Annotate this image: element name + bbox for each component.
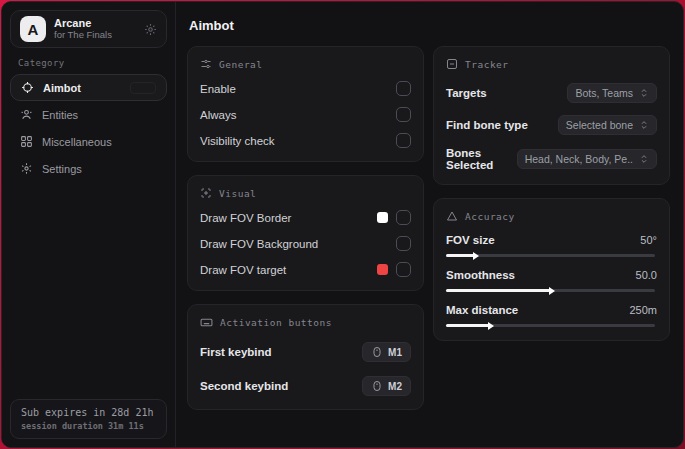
setting-row: Targets Bots, Teams: [446, 83, 657, 103]
sidebar-item-settings[interactable]: Settings: [10, 155, 167, 182]
mouse-icon: [371, 380, 383, 392]
slider-thumb[interactable]: [488, 322, 494, 330]
setting-row: Draw FOV target: [200, 262, 411, 277]
max-distance-slider[interactable]: [446, 324, 655, 327]
setting-label: Enable: [200, 83, 236, 95]
draw-fov-background-checkbox[interactable]: [396, 236, 411, 251]
setting-label: Draw FOV target: [200, 264, 286, 276]
sub-expiry-text: Sub expires in 28d 21h: [21, 407, 156, 418]
entities-icon: [20, 108, 33, 121]
setting-label: Second keybind: [200, 380, 288, 392]
app-window: A Arcane for The Finals Category Aimbot: [1, 1, 684, 448]
left-column: General Enable Always Visibility check: [187, 46, 424, 410]
keybind-ghost-badge: [130, 82, 156, 94]
setting-row: Draw FOV Background: [200, 236, 411, 251]
setting-label: Always: [200, 109, 236, 121]
visual-card: Visual Draw FOV Border Draw FOV Backgrou…: [187, 175, 424, 291]
card-title: Visual: [219, 188, 256, 199]
sidebar-item-label: Aimbot: [43, 82, 81, 94]
sliders-icon: [200, 58, 212, 70]
main-content: Aimbot General Enable Alw: [176, 2, 683, 447]
setting-label: Bones Selected: [446, 147, 517, 171]
setting-label: Draw FOV Background: [200, 238, 318, 250]
subscription-info: Sub expires in 28d 21h session duration …: [10, 399, 167, 439]
focus-icon: [200, 187, 212, 199]
right-column: Tracker Targets Bots, Teams Find bone ty…: [433, 46, 670, 410]
bones-selected-dropdown[interactable]: Head, Neck, Body, Pe..: [517, 149, 657, 169]
slider-row: Max distance 250m: [446, 304, 657, 327]
visibility-check-checkbox[interactable]: [396, 133, 411, 148]
max-distance-value: 250m: [629, 304, 657, 316]
chevrons-up-down-icon: [639, 88, 649, 98]
setting-row: Draw FOV Border: [200, 210, 411, 225]
setting-label: Max distance: [446, 304, 518, 316]
fov-border-color-swatch[interactable]: [377, 212, 388, 223]
setting-row: Second keybind M2: [200, 376, 411, 396]
settings-gear-icon[interactable]: [144, 23, 157, 36]
sidebar-item-aimbot[interactable]: Aimbot: [10, 74, 167, 101]
targets-dropdown[interactable]: Bots, Teams: [567, 83, 657, 103]
general-card: General Enable Always Visibility check: [187, 46, 424, 162]
enable-checkbox[interactable]: [396, 81, 411, 96]
chevrons-up-down-icon: [639, 120, 649, 130]
page-title: Aimbot: [189, 18, 670, 33]
sidebar-item-label: Entities: [42, 109, 78, 121]
fov-target-color-swatch[interactable]: [377, 264, 388, 275]
card-title: Activation buttons: [220, 317, 332, 328]
smoothness-value: 50.0: [636, 269, 657, 281]
slider-thumb[interactable]: [473, 252, 479, 260]
setting-row: Visibility check: [200, 133, 411, 148]
dropdown-value: Selected bone: [566, 119, 633, 131]
app-header: A Arcane for The Finals: [10, 10, 167, 48]
setting-row: Find bone type Selected bone: [446, 115, 657, 135]
sidebar-item-entities[interactable]: Entities: [10, 101, 167, 128]
setting-label: Visibility check: [200, 135, 275, 147]
keyboard-icon: [200, 316, 213, 329]
card-title: General: [219, 59, 263, 70]
chevrons-up-down-icon: [639, 154, 649, 164]
sidebar: A Arcane for The Finals Category Aimbot: [2, 2, 176, 447]
first-keybind-button[interactable]: M1: [362, 342, 411, 362]
setting-label: First keybind: [200, 346, 272, 358]
card-title: Tracker: [465, 59, 509, 70]
slider-thumb[interactable]: [549, 287, 555, 295]
dropdown-value: Bots, Teams: [575, 87, 633, 99]
slider-row: FOV size 50°: [446, 234, 657, 257]
app-logo: A: [20, 16, 46, 42]
find-bone-type-dropdown[interactable]: Selected bone: [558, 115, 657, 135]
crosshair-icon: [21, 81, 34, 94]
setting-label: FOV size: [446, 234, 495, 246]
second-keybind-button[interactable]: M2: [362, 376, 411, 396]
sidebar-item-label: Settings: [42, 163, 82, 175]
gear-icon: [20, 162, 33, 175]
fov-size-slider[interactable]: [446, 254, 655, 257]
setting-label: Smoothness: [446, 269, 515, 281]
setting-label: Draw FOV Border: [200, 212, 291, 224]
app-subtitle: for The Finals: [54, 30, 136, 40]
triangle-icon: [446, 210, 458, 222]
setting-row: Always: [200, 107, 411, 122]
keybind-value: M1: [388, 347, 402, 358]
sidebar-item-label: Miscellaneous: [42, 136, 112, 148]
sidebar-item-miscellaneous[interactable]: Miscellaneous: [10, 128, 167, 155]
accuracy-card: Accuracy FOV size 50°: [433, 198, 670, 341]
setting-label: Find bone type: [446, 119, 528, 131]
slider-row: Smoothness 50.0: [446, 269, 657, 292]
app-name: Arcane: [54, 17, 136, 29]
smoothness-slider[interactable]: [446, 289, 655, 292]
setting-label: Targets: [446, 87, 487, 99]
mouse-icon: [371, 346, 383, 358]
always-checkbox[interactable]: [396, 107, 411, 122]
fov-size-value: 50°: [640, 234, 657, 246]
tracker-icon: [446, 58, 458, 70]
grid-icon: [20, 135, 33, 148]
draw-fov-border-checkbox[interactable]: [396, 210, 411, 225]
category-label: Category: [18, 58, 175, 68]
dropdown-value: Head, Neck, Body, Pe..: [525, 153, 633, 165]
draw-fov-target-checkbox[interactable]: [396, 262, 411, 277]
setting-row: Bones Selected Head, Neck, Body, Pe..: [446, 147, 657, 171]
tracker-card: Tracker Targets Bots, Teams Find bone ty…: [433, 46, 670, 185]
activation-card: Activation buttons First keybind M1 Seco…: [187, 304, 424, 410]
session-duration-text: session duration 31m 11s: [21, 421, 156, 431]
keybind-value: M2: [388, 381, 402, 392]
